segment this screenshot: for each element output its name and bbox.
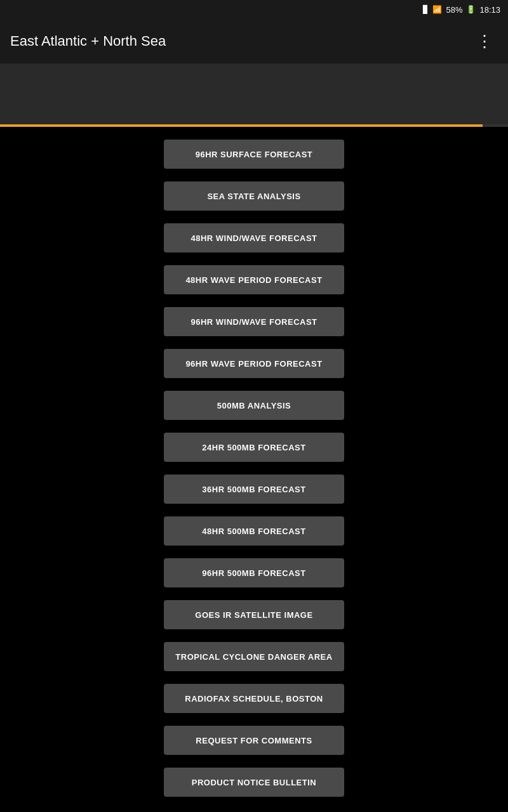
signal-icon: ▊ [423,5,429,14]
btn-96hr-wind-wave[interactable]: 96HR WIND/WAVE FORECAST [164,307,344,336]
btn-96hr-wave-period[interactable]: 96HR WAVE PERIOD FORECAST [164,349,344,378]
btn-48hr-wave-period[interactable]: 48HR WAVE PERIOD FORECAST [164,265,344,294]
btn-96hr-surface[interactable]: 96HR SURFACE FORECAST [164,140,344,169]
btn-24hr-500mb[interactable]: 24HR 500MB FORECAST [164,433,344,462]
wifi-icon: 📶 [432,5,442,14]
app-bar: East Atlantic + North Sea ⋮ [0,19,508,63]
page-title: East Atlantic + North Sea [10,33,166,49]
battery-icon: 🔋 [466,5,476,14]
btn-product-notice[interactable]: PRODUCT NOTICE BULLETIN [164,768,344,797]
btn-tropical-cyclone[interactable]: TROPICAL CYCLONE DANGER AREA [164,642,344,671]
btn-sea-state[interactable]: SEA STATE ANALYSIS [164,181,344,211]
more-options-icon[interactable]: ⋮ [471,27,498,56]
battery-level: 58% [446,5,462,15]
btn-48hr-500mb[interactable]: 48HR 500MB FORECAST [164,516,344,546]
banner-area [0,63,508,127]
btn-96hr-500mb[interactable]: 96HR 500MB FORECAST [164,558,344,587]
menu-content: 96HR SURFACE FORECASTSEA STATE ANALYSIS4… [0,127,508,809]
clock: 18:13 [479,5,500,15]
btn-36hr-500mb[interactable]: 36HR 500MB FORECAST [164,475,344,504]
btn-500mb-analysis[interactable]: 500MB ANALYSIS [164,391,344,420]
progress-bar [0,124,508,127]
btn-request-comments[interactable]: REQUEST FOR COMMENTS [164,726,344,755]
progress-fill [0,124,483,127]
status-bar: ▊ 📶 58% 🔋 18:13 [0,0,508,19]
btn-radiofax[interactable]: RADIOFAX SCHEDULE, BOSTON [164,684,344,713]
btn-48hr-wind-wave[interactable]: 48HR WIND/WAVE FORECAST [164,223,344,252]
btn-goes-ir[interactable]: GOES IR SATELLITE IMAGE [164,600,344,629]
